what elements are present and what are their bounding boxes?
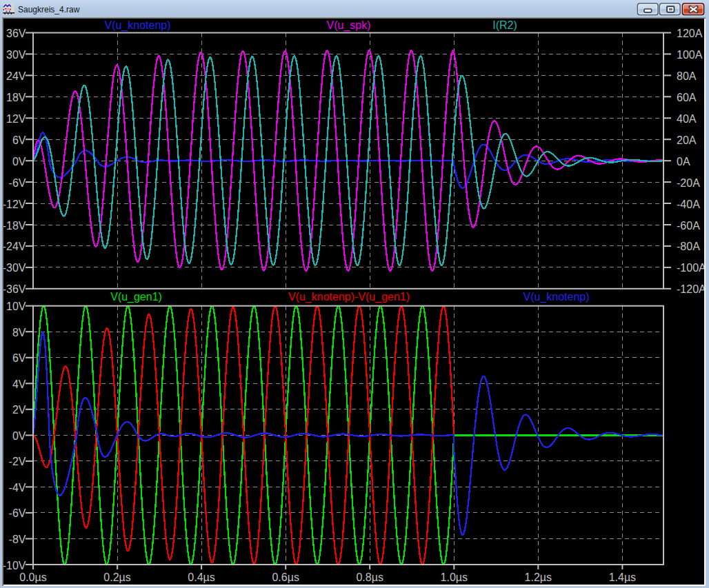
svg-text:-120A: -120A xyxy=(677,283,706,295)
svg-text:-6V: -6V xyxy=(9,507,26,519)
svg-text:0.4µs: 0.4µs xyxy=(188,571,214,583)
svg-text:-24V: -24V xyxy=(3,241,26,252)
svg-text:0.2µs: 0.2µs xyxy=(103,571,130,583)
svg-text:-36V: -36V xyxy=(3,283,26,295)
svg-text:1.0µs: 1.0µs xyxy=(441,571,468,583)
svg-text:120A: 120A xyxy=(677,28,703,39)
svg-text:80A: 80A xyxy=(677,70,697,82)
svg-text:V(u_knotenp)-V(u_gen1): V(u_knotenp)-V(u_gen1) xyxy=(288,291,410,303)
svg-text:2V: 2V xyxy=(12,404,26,416)
svg-text:I(R2): I(R2) xyxy=(492,19,517,31)
svg-text:60A: 60A xyxy=(677,92,697,103)
svg-text:V(u_gen1): V(u_gen1) xyxy=(110,291,162,303)
svg-text:-2V: -2V xyxy=(9,456,26,467)
svg-text:1.2µs: 1.2µs xyxy=(525,571,552,583)
svg-text:Saugkreis_4.raw: Saugkreis_4.raw xyxy=(18,5,80,14)
svg-text:-6V: -6V xyxy=(9,177,26,189)
svg-text:8V: 8V xyxy=(12,327,26,338)
svg-text:-10V: -10V xyxy=(3,560,26,571)
svg-text:-40A: -40A xyxy=(677,199,700,210)
svg-text:-8V: -8V xyxy=(9,534,26,545)
svg-text:0.6µs: 0.6µs xyxy=(272,571,299,583)
svg-text:6V: 6V xyxy=(12,134,26,146)
svg-text:18V: 18V xyxy=(6,92,26,103)
svg-text:10V: 10V xyxy=(6,301,26,312)
svg-text:-4V: -4V xyxy=(9,482,26,494)
svg-text:-20A: -20A xyxy=(677,177,700,189)
svg-text:-100A: -100A xyxy=(677,262,706,274)
svg-text:40A: 40A xyxy=(677,113,697,125)
svg-text:36V: 36V xyxy=(6,28,26,39)
svg-text:0.0µs: 0.0µs xyxy=(19,571,46,583)
svg-text:4V: 4V xyxy=(12,378,26,390)
svg-text:-30V: -30V xyxy=(3,262,26,274)
svg-text:12V: 12V xyxy=(6,113,26,125)
svg-text:-12V: -12V xyxy=(3,199,26,210)
svg-text:6V: 6V xyxy=(12,352,26,364)
svg-text:-80A: -80A xyxy=(677,241,700,252)
svg-text:30V: 30V xyxy=(6,49,26,61)
svg-text:100A: 100A xyxy=(677,49,703,61)
svg-text:1.4µs: 1.4µs xyxy=(609,571,636,583)
svg-text:0V: 0V xyxy=(12,156,26,168)
svg-text:0V: 0V xyxy=(12,430,26,442)
svg-text:V(u_knotenp): V(u_knotenp) xyxy=(104,19,170,32)
svg-text:20A: 20A xyxy=(677,134,697,146)
svg-text:24V: 24V xyxy=(6,70,26,82)
svg-text:V(u_knotenp): V(u_knotenp) xyxy=(523,291,589,303)
svg-text:-60A: -60A xyxy=(677,220,700,232)
svg-text:0A: 0A xyxy=(677,156,690,168)
svg-text:0.8µs: 0.8µs xyxy=(356,571,383,583)
svg-text:-18V: -18V xyxy=(3,220,26,232)
svg-text:V(u_spk): V(u_spk) xyxy=(326,19,370,32)
